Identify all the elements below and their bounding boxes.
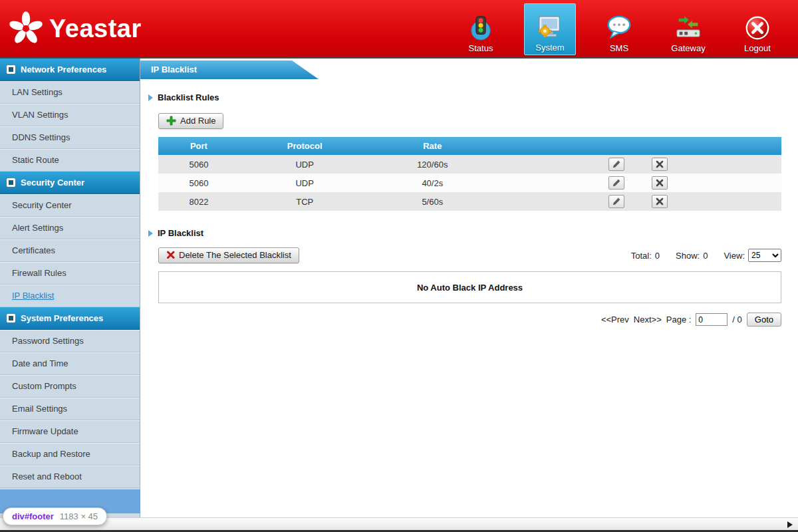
section-icon	[7, 178, 15, 187]
add-rule-button[interactable]: Add Rule	[158, 113, 223, 129]
sidebar-item-date-and-time[interactable]: Date and Time	[0, 352, 140, 375]
sidebar: Network Preferences LAN Settings VLAN Se…	[0, 59, 140, 531]
sidebar-item-alert-settings[interactable]: Alert Settings	[0, 217, 140, 239]
list-stats: Total: 0 Show: 0 View: 25	[631, 249, 781, 262]
x-icon	[656, 179, 664, 187]
pencil-icon	[612, 178, 621, 188]
page-input[interactable]	[696, 313, 728, 326]
blacklist-rules-table: Port Protocol Rate 5060 UDP 120/60s	[158, 137, 781, 211]
sidebar-item-static-route[interactable]: Static Route	[0, 149, 140, 172]
header-port: Port	[158, 137, 239, 155]
pagination: <<Prev Next>> Page : / 0 Goto	[158, 313, 781, 327]
red-x-icon	[166, 251, 175, 259]
sidebar-item-email-settings[interactable]: Email Settings	[0, 398, 140, 420]
x-icon	[656, 160, 664, 168]
inspector-selector: div#footer	[12, 511, 54, 521]
sms-icon	[605, 14, 633, 42]
section-triangle-icon	[148, 94, 153, 101]
show-value: 0	[703, 251, 708, 261]
cell-port: 5060	[158, 174, 239, 192]
ip-blacklist-title: IP Blacklist	[158, 228, 203, 238]
gateway-icon	[674, 14, 702, 42]
header-rate: Rate	[370, 137, 495, 155]
table-row: 5060 UDP 120/60s	[158, 155, 781, 174]
sidebar-item-reset-and-reboot[interactable]: Reset and Reboot	[0, 466, 140, 488]
sidebar-section-title: Network Preferences	[21, 65, 106, 74]
page-tab: IP Blacklist	[140, 61, 319, 79]
delete-selected-label: Delete The Selected Blacklist	[179, 250, 291, 260]
next-page-link[interactable]: Next>>	[634, 315, 662, 325]
cell-port: 5060	[158, 155, 239, 174]
nav-gateway[interactable]: Gateway	[662, 3, 714, 55]
sidebar-section-title: Security Center	[21, 178, 84, 188]
header-protocol: Protocol	[239, 137, 370, 155]
nav-system[interactable]: System	[524, 3, 576, 55]
page-label: Page :	[666, 315, 692, 325]
prev-page-link[interactable]: <<Prev	[601, 315, 629, 325]
horizontal-scrollbar[interactable]	[0, 517, 798, 530]
brand: Yeastar	[8, 11, 142, 47]
total-value: 0	[655, 251, 660, 261]
delete-rule-button[interactable]	[652, 195, 668, 208]
nav-sms[interactable]: SMS	[593, 3, 645, 55]
ip-blacklist-section-header[interactable]: IP Blacklist	[148, 228, 781, 238]
sidebar-section-network-preferences: Network Preferences	[0, 59, 140, 81]
sidebar-item-backup-and-restore[interactable]: Backup and Restore	[0, 443, 140, 466]
nav-status-label: Status	[469, 43, 493, 53]
pencil-icon	[612, 160, 621, 169]
sidebar-item-custom-prompts[interactable]: Custom Prompts	[0, 375, 140, 398]
cell-port: 8022	[158, 192, 239, 211]
table-row: 8022 TCP 5/60s	[158, 192, 781, 211]
yeastar-logo-icon	[8, 11, 44, 47]
top-nav: Status	[455, 0, 783, 57]
cell-protocol: UDP	[239, 174, 370, 192]
sidebar-section-security-center: Security Center	[0, 172, 140, 194]
edit-rule-button[interactable]	[608, 176, 624, 190]
page-total: / 0	[732, 315, 741, 325]
blacklist-rules-section-header[interactable]: Blacklist Rules	[148, 92, 781, 102]
nav-system-label: System	[535, 43, 564, 53]
cell-protocol: UDP	[239, 155, 370, 174]
nav-status[interactable]: Status	[455, 3, 507, 55]
cell-rate: 120/60s	[370, 155, 495, 174]
logout-icon	[743, 14, 771, 42]
blacklist-rules-title: Blacklist Rules	[158, 92, 219, 102]
top-header: Yeastar Status	[0, 0, 798, 59]
sidebar-item-password-settings[interactable]: Password Settings	[0, 330, 140, 352]
delete-rule-button[interactable]	[652, 176, 668, 190]
sidebar-item-firmware-update[interactable]: Firmware Update	[0, 420, 140, 443]
scroll-right-arrow-icon[interactable]	[785, 519, 795, 529]
sidebar-item-firewall-rules[interactable]: Firewall Rules	[0, 262, 140, 285]
section-icon	[7, 65, 15, 74]
sidebar-item-ddns-settings[interactable]: DDNS Settings	[0, 126, 140, 149]
sidebar-item-ip-blacklist[interactable]: IP Blacklist	[0, 285, 140, 307]
sidebar-section-system-preferences: System Preferences	[0, 307, 140, 330]
delete-rule-button[interactable]	[652, 158, 668, 171]
pencil-icon	[612, 197, 621, 206]
cell-rate: 40/2s	[370, 174, 495, 192]
add-rule-label: Add Rule	[180, 116, 215, 126]
table-header-row: Port Protocol Rate	[158, 137, 781, 155]
inspector-tooltip: div#footer 1183 × 45	[3, 507, 107, 525]
nav-sms-label: SMS	[610, 43, 628, 53]
status-icon	[467, 14, 495, 42]
show-label: Show:	[676, 251, 700, 261]
edit-rule-button[interactable]	[608, 158, 624, 171]
main-content: IP Blacklist Blacklist Rules Add Rule	[140, 59, 798, 531]
view-count-select[interactable]: 25	[748, 249, 781, 262]
nav-logout[interactable]: Logout	[732, 3, 783, 55]
sidebar-section-title: System Preferences	[21, 313, 103, 323]
plus-icon	[166, 116, 176, 126]
empty-blacklist-message: No Auto Black IP Address	[158, 271, 781, 303]
table-row: 5060 UDP 40/2s	[158, 174, 781, 192]
app-window: Yeastar Status	[0, 0, 798, 532]
system-icon	[536, 13, 564, 41]
sidebar-item-security-center[interactable]: Security Center	[0, 194, 140, 217]
sidebar-item-lan-settings[interactable]: LAN Settings	[0, 81, 140, 104]
delete-selected-blacklist-button[interactable]: Delete The Selected Blacklist	[158, 247, 299, 263]
sidebar-item-vlan-settings[interactable]: VLAN Settings	[0, 104, 140, 126]
goto-button[interactable]: Goto	[747, 313, 781, 327]
sidebar-item-certificates[interactable]: Certificates	[0, 239, 140, 262]
nav-gateway-label: Gateway	[671, 43, 705, 53]
edit-rule-button[interactable]	[608, 195, 624, 208]
